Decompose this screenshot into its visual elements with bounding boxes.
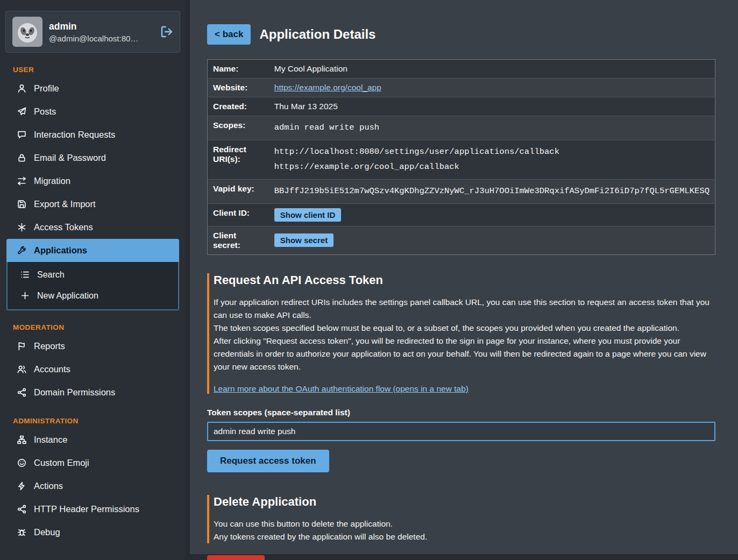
comment-icon — [17, 130, 26, 139]
redirect-uri-line: http://localhost:8080/settings/user/appl… — [274, 145, 709, 160]
table-row-name: Name: My Cool Application — [208, 60, 715, 79]
sidebar-item-new-application[interactable]: New Application — [8, 285, 178, 306]
redirect-uri-line: https://example.org/cool_app/callback — [274, 160, 709, 175]
row-label: Redirect URI(s): — [208, 140, 269, 179]
sidebar-item-applications-search[interactable]: Search — [8, 264, 178, 285]
sidebar-item-label: HTTP Header Permissions — [34, 504, 139, 515]
token-scopes-input[interactable] — [207, 422, 715, 441]
sidebar-item-http-header-permissions[interactable]: HTTP Header Permissions — [0, 498, 186, 521]
applications-group: Applications Search New Application — [6, 239, 179, 310]
save-icon — [17, 200, 26, 209]
user-name: admin — [49, 21, 154, 32]
sidebar-item-label: Actions — [34, 480, 63, 492]
sidebar-item-label: Profile — [34, 83, 59, 94]
sidebar-item-access-tokens[interactable]: Access Tokens — [0, 216, 186, 239]
page-header: < back Application Details — [207, 24, 715, 45]
flag-icon — [17, 342, 26, 351]
row-value: https://example.org/cool_app — [269, 79, 715, 97]
section-paragraph: You can use this button to delete the ap… — [214, 518, 715, 530]
sidebar-item-label: Accounts — [34, 364, 70, 375]
sidebar-item-domain-permissions[interactable]: Domain Permissions — [0, 381, 186, 404]
application-details-panel: < back Application Details Name: My Cool… — [190, 0, 738, 554]
smile-icon — [17, 458, 26, 467]
sidebar-item-label: Search — [37, 269, 65, 280]
user-meta: admin @admin@localhost:80… — [49, 21, 154, 43]
sidebar-item-migration[interactable]: Migration — [0, 169, 186, 193]
sidebar-item-posts[interactable]: Posts — [0, 100, 186, 123]
page-title: Application Details — [259, 27, 375, 42]
section-label-user: USER — [13, 66, 186, 74]
request-token-section: Request An API Access Token If your appl… — [207, 273, 715, 394]
row-label: Scopes: — [208, 116, 269, 140]
bug-icon — [17, 528, 26, 537]
wrench-icon — [17, 246, 26, 255]
sign-out-icon[interactable] — [160, 25, 173, 38]
delete-application-section: Delete Application You can use this butt… — [207, 495, 715, 543]
sidebar-item-instance[interactable]: Instance — [0, 428, 186, 451]
paper-plane-icon — [17, 107, 26, 116]
user-card: admin @admin@localhost:80… — [5, 11, 180, 53]
table-row-created: Created: Thu Mar 13 2025 — [208, 97, 715, 116]
users-icon — [17, 365, 26, 374]
table-row-client-secret: Client secret: Show secret — [208, 226, 715, 254]
row-label: Created: — [208, 97, 269, 116]
share-nodes-icon — [17, 505, 26, 514]
sidebar-item-email-password[interactable]: Email & Password — [0, 146, 186, 169]
section-label-moderation: MODERATION — [13, 323, 186, 331]
sidebar-item-export-import[interactable]: Export & Import — [0, 193, 186, 216]
row-value: http://localhost:8080/settings/user/appl… — [269, 140, 715, 179]
row-label: Client secret: — [208, 226, 269, 254]
sidebar-item-debug[interactable]: Debug — [0, 521, 186, 544]
back-button[interactable]: < back — [207, 24, 251, 45]
user-icon — [17, 84, 26, 93]
show-secret-button[interactable]: Show secret — [274, 233, 333, 247]
row-value: BBJffJ219b5iE512m7wQSzv4KgKDhgZZVzNyWC_r… — [269, 179, 715, 203]
sidebar-item-applications[interactable]: Applications — [6, 239, 179, 262]
sidebar-item-label: Email & Password — [34, 152, 106, 164]
sidebar: admin @admin@localhost:80… USER Profile … — [0, 0, 186, 560]
sidebar-item-label: Domain Permissions — [34, 387, 115, 398]
transfer-icon — [17, 176, 26, 186]
sidebar-item-custom-emoji[interactable]: Custom Emoji — [0, 451, 186, 474]
plus-icon — [20, 291, 30, 300]
section-title: Request An API Access Token — [214, 273, 715, 287]
section-paragraph: If your application redirect URIs includ… — [214, 296, 715, 322]
list-icon — [20, 270, 30, 279]
row-value: Show secret — [269, 226, 715, 254]
request-access-token-button[interactable]: Request access token — [207, 450, 329, 472]
table-row-client-id: Client ID: Show client ID — [208, 203, 715, 226]
user-handle: @admin@localhost:80… — [49, 34, 154, 43]
row-label: Vapid key: — [208, 179, 269, 203]
table-row-redirect-uris: Redirect URI(s): http://localhost:8080/s… — [208, 140, 715, 179]
sidebar-item-label: Interaction Requests — [34, 129, 115, 140]
row-value: Show client ID — [269, 203, 715, 226]
sidebar-item-label: Debug — [34, 527, 60, 538]
section-paragraph: After clicking "Request access token", y… — [214, 335, 715, 373]
sitemap-icon — [17, 435, 26, 444]
row-label: Client ID: — [208, 203, 269, 226]
sidebar-item-actions[interactable]: Actions — [0, 474, 186, 498]
lock-icon — [17, 153, 26, 162]
table-row-scopes: Scopes: admin read write push — [208, 116, 715, 140]
sidebar-item-accounts[interactable]: Accounts — [0, 358, 186, 381]
certificate-icon — [17, 223, 26, 232]
sidebar-item-label: Reports — [34, 341, 65, 352]
share-nodes-icon — [17, 388, 26, 397]
bolt-icon — [17, 481, 26, 491]
sidebar-item-profile[interactable]: Profile — [0, 77, 186, 100]
delete-button[interactable]: Delete — [207, 555, 265, 560]
sidebar-item-label: Posts — [34, 106, 56, 117]
section-paragraph: Any tokens created by the application wi… — [214, 530, 715, 543]
sidebar-item-reports[interactable]: Reports — [0, 335, 186, 358]
website-link[interactable]: https://example.org/cool_app — [274, 83, 381, 92]
row-value: My Cool Application — [269, 60, 715, 79]
oauth-docs-link[interactable]: Learn more about the OAuth authenticatio… — [214, 384, 469, 394]
show-client-id-button[interactable]: Show client ID — [274, 208, 342, 222]
sidebar-item-label: Applications — [34, 245, 87, 256]
row-value: Thu Mar 13 2025 — [269, 97, 715, 116]
sidebar-item-label: Instance — [34, 434, 67, 445]
avatar — [12, 17, 42, 47]
sidebar-item-label: Export & Import — [34, 199, 96, 210]
row-label: Name: — [208, 60, 269, 79]
sidebar-item-interaction-requests[interactable]: Interaction Requests — [0, 123, 186, 146]
